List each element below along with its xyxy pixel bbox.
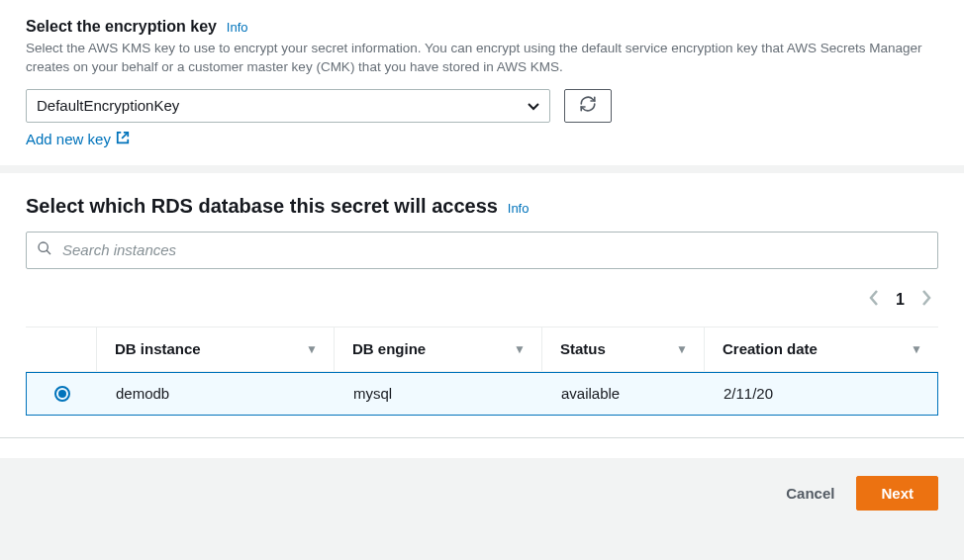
col-header-db-instance[interactable]: DB instance ▼ bbox=[97, 327, 335, 371]
add-new-key-label: Add new key bbox=[26, 131, 111, 147]
search-icon bbox=[37, 240, 52, 259]
footer-bar: Cancel Next bbox=[0, 458, 964, 528]
cell-status: available bbox=[543, 385, 706, 402]
table-header-row: DB instance ▼ DB engine ▼ Status ▼ Creat… bbox=[26, 327, 938, 372]
col-header-db-engine[interactable]: DB engine ▼ bbox=[335, 327, 542, 371]
pagination-page-number: 1 bbox=[896, 291, 905, 309]
col-header-db-engine-label: DB engine bbox=[352, 340, 426, 357]
col-radio-spacer bbox=[26, 327, 97, 371]
cancel-button[interactable]: Cancel bbox=[786, 485, 834, 502]
table-row[interactable]: demodb mysql available 2/11/20 bbox=[26, 372, 938, 416]
refresh-icon bbox=[579, 95, 597, 116]
svg-point-0 bbox=[39, 242, 48, 251]
sort-caret-icon: ▼ bbox=[306, 342, 318, 356]
encryption-section-title: Select the encryption key bbox=[26, 18, 217, 35]
database-section-title: Select which RDS database this secret wi… bbox=[26, 195, 498, 217]
cell-db-instance: demodb bbox=[98, 385, 336, 402]
encryption-description: Select the AWS KMS key to use to encrypt… bbox=[26, 40, 938, 77]
encryption-info-link[interactable]: Info bbox=[227, 20, 248, 35]
search-input[interactable] bbox=[62, 241, 927, 258]
encryption-key-selected-value: DefaultEncryptionKey bbox=[37, 97, 179, 114]
col-header-status-label: Status bbox=[560, 340, 606, 357]
refresh-button[interactable] bbox=[564, 89, 612, 123]
add-new-key-link[interactable]: Add new key bbox=[26, 131, 130, 147]
search-instances-box[interactable] bbox=[26, 232, 938, 269]
col-header-creation-date-label: Creation date bbox=[723, 340, 818, 357]
radio-selected-icon bbox=[54, 386, 70, 402]
pagination-prev[interactable] bbox=[868, 287, 880, 313]
row-radio-cell[interactable] bbox=[27, 386, 98, 402]
sort-caret-icon: ▼ bbox=[676, 342, 688, 356]
external-link-icon bbox=[116, 131, 130, 147]
col-header-db-instance-label: DB instance bbox=[115, 340, 201, 357]
db-table: DB instance ▼ DB engine ▼ Status ▼ Creat… bbox=[26, 327, 938, 416]
sort-caret-icon: ▼ bbox=[514, 342, 526, 356]
cell-creation-date: 2/11/20 bbox=[706, 385, 937, 402]
sort-caret-icon: ▼ bbox=[911, 342, 922, 356]
database-info-link[interactable]: Info bbox=[508, 201, 530, 216]
col-header-creation-date[interactable]: Creation date ▼ bbox=[705, 327, 938, 371]
col-header-status[interactable]: Status ▼ bbox=[542, 327, 705, 371]
chevron-down-icon bbox=[528, 97, 539, 114]
pagination-next[interactable] bbox=[920, 287, 932, 313]
cell-db-engine: mysql bbox=[336, 385, 543, 402]
next-button[interactable]: Next bbox=[856, 476, 938, 511]
encryption-key-select[interactable]: DefaultEncryptionKey bbox=[26, 89, 550, 123]
